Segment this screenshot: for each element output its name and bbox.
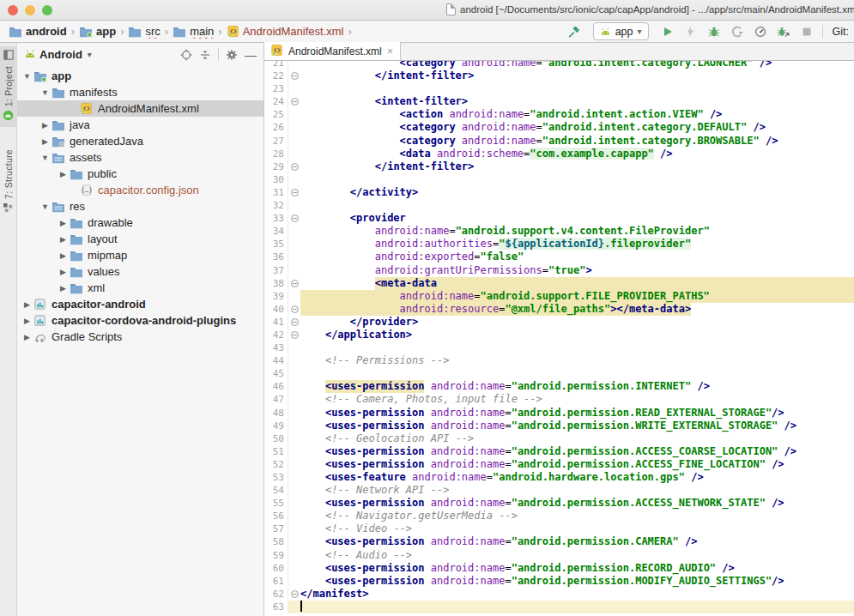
run-icon[interactable]	[660, 24, 675, 39]
code-line-45[interactable]: 45	[264, 367, 854, 380]
fold-toggle-icon[interactable]	[288, 277, 300, 290]
code-line-36[interactable]: 36 android:exported="false"	[264, 251, 854, 263]
fold-toggle-icon[interactable]	[288, 160, 300, 173]
code-line-60[interactable]: 60 <uses-permission android:name="androi…	[264, 562, 854, 575]
git-widget[interactable]: Git:	[831, 26, 849, 38]
hide-panel-icon[interactable]: —	[243, 47, 258, 63]
tree-item-public[interactable]: ▶public	[17, 166, 263, 182]
fold-toggle-icon[interactable]	[288, 186, 300, 199]
code-line-32[interactable]: 32	[264, 199, 854, 212]
code-line-44[interactable]: 44 <!-- Permissions -->	[264, 354, 854, 367]
code-line-35[interactable]: 35 android:authorities="${applicationId}…	[264, 238, 854, 251]
fold-toggle-icon[interactable]	[288, 329, 300, 341]
close-icon[interactable]: ×	[387, 46, 394, 57]
tree-item-capacitor-android[interactable]: ▶capacitor-android	[17, 296, 263, 312]
code-line-54[interactable]: 54 <!-- Network API -->	[264, 484, 854, 497]
code-line-63[interactable]: 63	[264, 601, 854, 613]
code-line-21[interactable]: 21 <category android:name="android.inten…	[264, 61, 854, 69]
code-line-38[interactable]: 38 <meta-data	[264, 277, 854, 290]
code-line-46[interactable]: 46 <uses-permission android:name="androi…	[264, 380, 854, 393]
tree-collapsed-icon[interactable]: ▶	[58, 235, 69, 244]
code-line-26[interactable]: 26 <category android:name="android.inten…	[264, 121, 854, 134]
code-line-49[interactable]: 49 <uses-permission android:name="androi…	[264, 420, 854, 432]
code-line-47[interactable]: 47 <!-- Camera, Photos, input file -->	[264, 393, 854, 406]
tree-item-java[interactable]: ▶java	[17, 117, 263, 133]
code-line-31[interactable]: 31 </activity>	[264, 186, 854, 199]
code-line-59[interactable]: 59 <!-- Audio -->	[264, 549, 854, 562]
code-line-30[interactable]: 30	[264, 173, 854, 186]
minimize-window-icon[interactable]	[25, 5, 35, 15]
locate-icon[interactable]	[179, 47, 194, 63]
code-line-50[interactable]: 50 <!-- Geolocation API -->	[264, 432, 854, 445]
code-line-52[interactable]: 52 <uses-permission android:name="androi…	[264, 458, 854, 471]
code-line-56[interactable]: 56 <!-- Navigator.getUserMedia -->	[264, 510, 854, 522]
code-line-51[interactable]: 51 <uses-permission android:name="androi…	[264, 445, 854, 458]
code-line-25[interactable]: 25 <action android:name="android.intent.…	[264, 108, 854, 121]
tree-item-gradle-scripts[interactable]: ▶Gradle Scripts	[17, 329, 263, 345]
code-line-55[interactable]: 55 <uses-permission android:name="androi…	[264, 497, 854, 510]
build-hammer-icon[interactable]	[566, 24, 582, 39]
breadcrumb-app[interactable]: app	[77, 24, 118, 39]
attach-debugger-icon[interactable]	[730, 24, 745, 39]
code-line-23[interactable]: 23	[264, 82, 854, 95]
project-view-selector[interactable]: Android	[39, 48, 82, 61]
tree-expanded-icon[interactable]: ▼	[39, 154, 51, 162]
tree-item-generatedjava[interactable]: ▶generatedJava	[17, 133, 263, 149]
tree-item-res[interactable]: ▼res	[17, 198, 263, 214]
code-line-62[interactable]: 62</manifest>	[264, 588, 854, 601]
code-editor[interactable]: 21 <category android:name="android.inten…	[264, 61, 854, 616]
tree-item-assets[interactable]: ▼assets	[17, 149, 263, 166]
tree-item-capacitor-cordova-android-plugins[interactable]: ▶capacitor-cordova-android-plugins	[17, 312, 263, 329]
tree-item-mipmap[interactable]: ▶mipmap	[17, 247, 263, 263]
tree-expanded-icon[interactable]: ▼	[21, 72, 33, 81]
debug-icon[interactable]	[706, 24, 722, 39]
code-line-53[interactable]: 53 <uses-feature android:name="android.h…	[264, 471, 854, 484]
breadcrumb-androidmanifest-xml[interactable]: AndroidManifest.xml	[225, 24, 346, 39]
tree-collapsed-icon[interactable]: ▶	[58, 251, 69, 260]
tree-collapsed-icon[interactable]: ▶	[21, 317, 33, 325]
tree-item-androidmanifest-xml[interactable]: AndroidManifest.xml	[17, 100, 263, 117]
close-window-icon[interactable]	[8, 5, 18, 15]
zoom-window-icon[interactable]	[42, 5, 52, 15]
breadcrumb-main[interactable]: main	[171, 24, 215, 39]
code-line-61[interactable]: 61 <uses-permission android:name="androi…	[264, 575, 854, 588]
fold-toggle-icon[interactable]	[288, 212, 300, 225]
tree-item-app[interactable]: ▼app	[17, 68, 263, 84]
code-line-58[interactable]: 58 <uses-permission android:name="androi…	[264, 535, 854, 548]
collapse-all-icon[interactable]	[197, 47, 213, 63]
breadcrumb-src[interactable]: src	[126, 24, 161, 39]
code-line-29[interactable]: 29 </intent-filter>	[264, 160, 854, 173]
code-line-41[interactable]: 41 </provider>	[264, 316, 854, 329]
tree-collapsed-icon[interactable]: ▶	[39, 121, 51, 130]
code-line-42[interactable]: 42 </application>	[264, 329, 854, 341]
fold-toggle-icon[interactable]	[288, 95, 300, 108]
fold-toggle-icon[interactable]	[288, 316, 300, 329]
code-line-57[interactable]: 57 <!-- Video -->	[264, 522, 854, 535]
code-line-34[interactable]: 34 android:name="android.support.v4.cont…	[264, 225, 854, 238]
settings-gear-icon[interactable]	[224, 47, 239, 63]
tree-item-values[interactable]: ▶values	[17, 263, 263, 280]
code-line-22[interactable]: 22 </intent-filter>	[264, 69, 854, 82]
tree-collapsed-icon[interactable]: ▶	[58, 284, 69, 293]
tree-collapsed-icon[interactable]: ▶	[39, 137, 51, 146]
tree-expanded-icon[interactable]: ▼	[39, 202, 51, 211]
run-configuration-selector[interactable]: app ▾	[593, 22, 649, 40]
tree-item-drawable[interactable]: ▶drawable	[17, 214, 263, 231]
tree-item-capacitor-config-json[interactable]: {…}capacitor.config.json	[17, 182, 263, 198]
code-line-33[interactable]: 33 <provider	[264, 212, 854, 225]
fold-toggle-icon[interactable]	[288, 69, 300, 82]
editor-tab-androidmanifest[interactable]: AndroidManifest.xml ×	[264, 42, 401, 60]
chevron-down-icon[interactable]: ▾	[88, 50, 92, 59]
fold-toggle-icon[interactable]	[288, 588, 300, 601]
attach-debugger-android-icon[interactable]	[776, 24, 791, 39]
breadcrumb-android[interactable]: android	[7, 24, 69, 39]
tree-expanded-icon[interactable]: ▼	[39, 88, 51, 97]
code-line-37[interactable]: 37 android:grantUriPermissions="true">	[264, 264, 854, 277]
apply-changes-icon[interactable]	[683, 24, 699, 39]
tree-collapsed-icon[interactable]: ▶	[58, 219, 69, 227]
tree-collapsed-icon[interactable]: ▶	[58, 268, 69, 276]
profiler-icon[interactable]	[753, 24, 768, 39]
code-line-28[interactable]: 28 <data android:scheme="com.example.cap…	[264, 148, 854, 160]
stop-icon[interactable]	[799, 24, 815, 39]
code-line-27[interactable]: 27 <category android:name="android.inten…	[264, 135, 854, 148]
